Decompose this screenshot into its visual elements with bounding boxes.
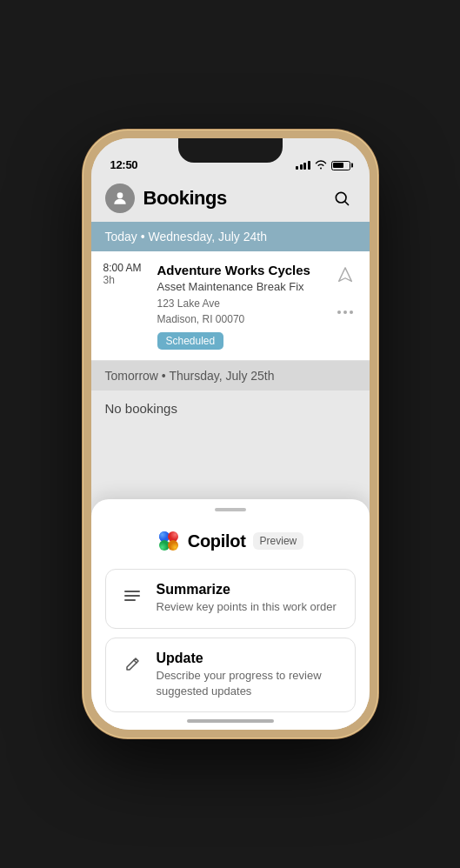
booking-more-button[interactable]	[333, 300, 357, 324]
copilot-action-cards: Summarize Review key points in this work…	[91, 569, 370, 712]
phone-screen: 12:50	[91, 138, 370, 730]
update-desc: Describe your progress to review suggest…	[157, 668, 341, 699]
booking-service: Asset Maintenance Break Fix	[157, 279, 324, 295]
update-title: Update	[157, 651, 341, 666]
svg-point-0	[117, 192, 123, 198]
copilot-title: Copilot	[188, 531, 246, 551]
svg-point-9	[168, 540, 178, 551]
booking-address-line2: Madison, RI 00070	[157, 312, 324, 327]
update-content: Update Describe your progress to review …	[157, 651, 341, 699]
wifi-icon	[315, 159, 327, 171]
sheet-handle[interactable]	[215, 508, 246, 511]
signal-icon	[296, 161, 310, 170]
page-title: Bookings	[143, 187, 319, 210]
update-card[interactable]: Update Describe your progress to review …	[105, 638, 356, 712]
no-bookings-label: No bookings	[105, 401, 177, 416]
svg-point-2	[337, 310, 341, 314]
booking-time: 8:00 AM 3h	[103, 262, 149, 350]
booking-address-line1: 123 Lake Ave	[157, 297, 324, 311]
copilot-header: Copilot Preview	[91, 525, 370, 569]
booking-navigate-button[interactable]	[333, 264, 357, 288]
summarize-desc: Review key points in this work order	[157, 599, 337, 615]
no-bookings-section: No bookings	[91, 391, 370, 427]
app-content: Bookings Today • Wednesday, July 24th 8:…	[91, 177, 370, 730]
tomorrow-label: Tomorrow • Thursday, July 25th	[105, 369, 275, 383]
summarize-content: Summarize Review key points in this work…	[157, 582, 337, 615]
today-label: Today • Wednesday, July 24th	[105, 230, 268, 244]
booking-actions	[333, 262, 357, 350]
phone-frame: 12:50	[83, 130, 378, 738]
summarize-icon	[120, 584, 144, 608]
summarize-title: Summarize	[157, 582, 337, 598]
app-header: Bookings	[91, 177, 370, 222]
copilot-bottom-sheet: Copilot Preview	[91, 499, 370, 730]
avatar[interactable]	[105, 184, 135, 213]
summarize-card[interactable]: Summarize Review key points in this work…	[105, 569, 356, 628]
booking-duration: 3h	[103, 274, 149, 286]
today-header: Today • Wednesday, July 24th	[91, 222, 370, 251]
booking-item[interactable]: 8:00 AM 3h Adventure Works Cycles Asset …	[91, 251, 370, 361]
status-badge: Scheduled	[157, 332, 224, 350]
booking-details: Adventure Works Cycles Asset Maintenance…	[157, 262, 324, 350]
preview-badge: Preview	[253, 532, 304, 550]
home-indicator[interactable]	[187, 719, 274, 723]
svg-point-3	[343, 310, 347, 314]
booking-start-time: 8:00 AM	[103, 262, 149, 274]
booking-company: Adventure Works Cycles	[157, 262, 324, 279]
copilot-icon	[157, 529, 181, 553]
notch	[178, 138, 283, 163]
tomorrow-header: Tomorrow • Thursday, July 25th	[91, 361, 370, 391]
battery-icon	[331, 161, 350, 170]
update-icon	[120, 652, 144, 677]
svg-point-4	[350, 310, 353, 314]
search-button[interactable]	[328, 184, 356, 212]
status-icons	[296, 159, 350, 171]
status-time: 12:50	[110, 158, 138, 171]
